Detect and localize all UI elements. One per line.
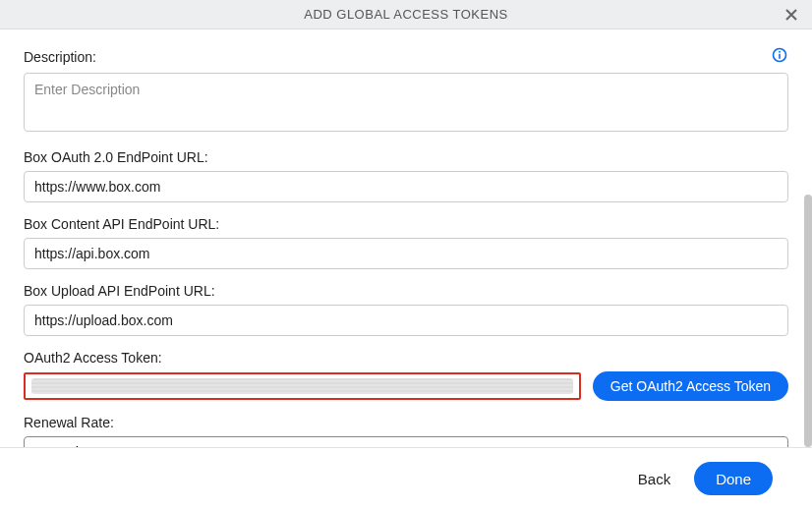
redacted-token bbox=[31, 378, 573, 394]
oauth2-token-row: Get OAuth2 Access Token bbox=[24, 371, 788, 401]
box-oauth-endpoint-input[interactable] bbox=[24, 171, 788, 202]
renewal-rate-select[interactable]: Every hour bbox=[24, 436, 788, 447]
box-oauth-label: Box OAuth 2.0 EndPoint URL: bbox=[24, 149, 788, 165]
form-area: Description: Box OAuth 2.0 EndPoint URL:… bbox=[0, 29, 812, 447]
get-oauth2-token-button[interactable]: Get OAuth2 Access Token bbox=[593, 371, 788, 401]
box-content-api-label: Box Content API EndPoint URL: bbox=[24, 216, 788, 232]
back-button[interactable]: Back bbox=[634, 465, 674, 493]
box-upload-api-endpoint-input[interactable] bbox=[24, 305, 788, 336]
info-icon[interactable] bbox=[771, 46, 788, 64]
box-content-api-endpoint-input[interactable] bbox=[24, 238, 788, 269]
dialog-footer: Back Done bbox=[0, 447, 812, 509]
svg-rect-1 bbox=[779, 54, 781, 59]
renewal-rate-label: Renewal Rate: bbox=[24, 415, 788, 430]
box-upload-api-label: Box Upload API EndPoint URL: bbox=[24, 283, 788, 299]
description-input[interactable] bbox=[24, 73, 788, 132]
done-button[interactable]: Done bbox=[694, 462, 773, 495]
dialog-title: ADD GLOBAL ACCESS TOKENS bbox=[304, 7, 508, 22]
description-label: Description: bbox=[24, 49, 96, 65]
dialog-body: Description: Box OAuth 2.0 EndPoint URL:… bbox=[0, 29, 812, 447]
oauth2-token-field[interactable] bbox=[24, 372, 581, 400]
dialog-header: ADD GLOBAL ACCESS TOKENS bbox=[0, 0, 812, 29]
oauth2-token-label: OAuth2 Access Token: bbox=[24, 350, 788, 366]
scrollbar-thumb[interactable] bbox=[804, 195, 812, 447]
close-icon[interactable] bbox=[783, 6, 800, 24]
description-label-row: Description: bbox=[24, 45, 788, 65]
svg-rect-2 bbox=[779, 51, 781, 53]
